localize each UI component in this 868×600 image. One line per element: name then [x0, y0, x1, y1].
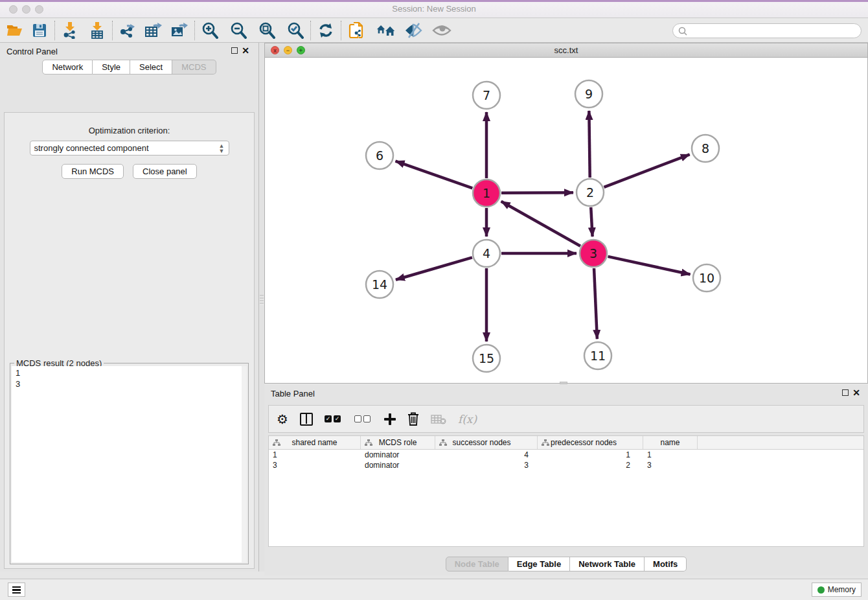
column-tree-icon	[439, 439, 447, 446]
tab-motifs[interactable]: Motifs	[645, 557, 687, 571]
zoom-out-icon[interactable]	[229, 21, 248, 40]
network-resize-grip[interactable]	[560, 382, 567, 384]
column-header-shared-name[interactable]: shared name	[269, 436, 361, 449]
export-network-icon[interactable]	[118, 21, 137, 40]
cybrowser-home-icon[interactable]	[376, 21, 396, 40]
mcds-result-group: MCDS result (2 nodes) 1 3	[10, 363, 249, 564]
panel-splitter[interactable]	[259, 43, 264, 571]
zoom-fit-icon[interactable]	[257, 21, 277, 40]
mcds-result-text[interactable]: 1 3	[12, 366, 247, 562]
graph-node-label-7: 7	[483, 88, 490, 102]
table-row[interactable]: 1 dominator 4 1 1	[269, 450, 863, 460]
tab-mcds[interactable]: MCDS	[172, 60, 216, 75]
column-tree-icon	[273, 439, 280, 446]
close-panel-icon[interactable]: ✕	[242, 45, 249, 56]
node-table: shared name MCDS role successor nodes pr…	[268, 435, 864, 547]
optimization-criterion-label: Optimization criterion:	[5, 126, 254, 135]
search-input[interactable]	[687, 27, 849, 36]
delete-rows-icon[interactable]	[407, 411, 419, 428]
refresh-view-icon[interactable]	[316, 21, 336, 40]
table-panel: Table Panel ✕ ⚙ ✓✓ f(x) shared name MCDS…	[264, 385, 868, 575]
show-graphics-details-icon[interactable]	[432, 21, 451, 40]
splitter-grip[interactable]	[260, 295, 264, 305]
close-table-panel-icon[interactable]: ✕	[852, 387, 860, 398]
graph-edge-4-14[interactable]	[396, 257, 472, 279]
column-header-successor-nodes[interactable]: successor nodes	[435, 436, 538, 449]
tab-network-table[interactable]: Network Table	[570, 557, 645, 571]
memory-status-icon	[817, 586, 825, 594]
tab-style[interactable]: Style	[93, 60, 130, 75]
column-header-predecessor-nodes[interactable]: predecessor nodes	[538, 436, 643, 449]
dropdown-stepper-icon: ▲▼	[219, 143, 225, 154]
float-panel-icon[interactable]	[231, 47, 238, 54]
graph-edge-3-1[interactable]	[501, 202, 580, 246]
export-table-icon[interactable]	[144, 21, 163, 40]
result-scrollbar[interactable]	[242, 366, 247, 562]
import-table-icon[interactable]	[87, 21, 107, 40]
graph-node-label-10: 10	[699, 271, 714, 285]
export-image-icon[interactable]	[170, 21, 189, 40]
toolbar-separator	[194, 21, 195, 40]
hide-graphics-details-icon[interactable]	[404, 21, 423, 40]
open-session-icon[interactable]	[5, 21, 25, 40]
memory-button[interactable]: Memory	[812, 583, 862, 597]
toolbar-separator	[54, 21, 55, 40]
graph-edges	[396, 111, 691, 341]
column-header-mcds-role[interactable]: MCDS role	[361, 436, 435, 449]
graph-edge-2-3[interactable]	[591, 207, 592, 237]
tab-select[interactable]: Select	[130, 60, 172, 75]
cell-shared-name[interactable]: 1	[269, 450, 361, 460]
network-view-window: x − + scc.txt 7968124314101511	[264, 43, 868, 384]
toggle-column-display-icon[interactable]	[300, 411, 313, 428]
import-network-icon[interactable]	[60, 21, 80, 40]
graph-node-label-2: 2	[586, 185, 594, 200]
graph-edge-2-8[interactable]	[604, 154, 689, 187]
deselect-all-rows-icon[interactable]	[354, 411, 372, 428]
toolbar-separator	[112, 21, 113, 40]
graph-edge-1-2[interactable]	[501, 192, 573, 193]
table-row[interactable]: 3 dominator 3 2 3	[269, 460, 863, 470]
run-mcds-button[interactable]: Run MCDS	[62, 164, 124, 179]
cell-shared-name[interactable]: 3	[269, 460, 361, 470]
graph-edge-3-10[interactable]	[608, 257, 690, 275]
show-panels-button[interactable]	[8, 583, 25, 597]
select-all-rows-icon[interactable]: ✓✓	[325, 411, 343, 428]
tab-network[interactable]: Network	[42, 60, 93, 75]
graph-edge-2-9[interactable]	[589, 111, 589, 178]
graph-node-label-6: 6	[376, 148, 383, 163]
criterion-dropdown[interactable]: strongly connected component ▲▼	[30, 141, 229, 156]
cell-name[interactable]: 1	[643, 450, 698, 460]
toolbar-separator	[341, 21, 341, 40]
float-table-panel-icon[interactable]	[842, 389, 849, 396]
graph-node-label-15: 15	[479, 351, 494, 365]
cell-predecessor-nodes[interactable]: 2	[538, 460, 643, 470]
cell-mcds-role[interactable]: dominator	[361, 450, 435, 460]
tab-node-table[interactable]: Node Table	[446, 557, 508, 571]
network-canvas[interactable]: 7968124314101511	[265, 58, 867, 383]
mcds-panel-body: Optimization criterion: strongly connect…	[4, 112, 255, 569]
save-session-icon[interactable]	[30, 21, 49, 40]
column-settings-icon[interactable]: ⚙	[277, 411, 288, 428]
cell-mcds-role[interactable]: dominator	[361, 460, 435, 470]
search-box[interactable]	[672, 23, 862, 38]
cell-successor-nodes[interactable]: 4	[435, 450, 538, 460]
control-panel-tabs: Network Style Select MCDS	[0, 60, 258, 75]
network-window-titlebar[interactable]: x − + scc.txt	[265, 43, 867, 58]
tab-edge-table[interactable]: Edge Table	[508, 557, 570, 571]
cell-successor-nodes[interactable]: 3	[435, 460, 538, 470]
graph-edge-1-6[interactable]	[396, 161, 473, 189]
cell-predecessor-nodes[interactable]: 1	[538, 450, 643, 460]
graph-node-label-14: 14	[372, 277, 387, 292]
graph-edge-3-11[interactable]	[594, 268, 597, 339]
zoom-selected-icon[interactable]	[286, 21, 305, 40]
zoom-in-icon[interactable]	[200, 21, 220, 40]
add-row-icon[interactable]	[384, 411, 396, 428]
search-icon	[678, 27, 687, 36]
column-header-name[interactable]: name	[643, 436, 698, 449]
close-panel-button[interactable]: Close panel	[133, 164, 197, 179]
duplicate-network-icon[interactable]	[347, 21, 366, 40]
cell-name[interactable]: 3	[643, 460, 698, 470]
table-panel-tabs: Node Table Edge Table Network Table Moti…	[264, 557, 868, 571]
function-builder-icon: f(x)	[458, 411, 477, 428]
table-toolbar: ⚙ ✓✓ f(x)	[268, 405, 864, 433]
